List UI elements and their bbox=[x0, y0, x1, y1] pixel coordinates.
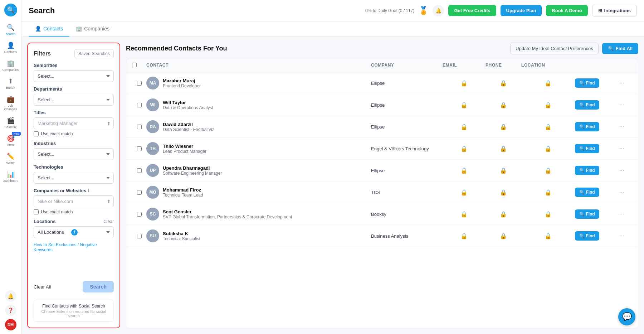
row-checkbox[interactable] bbox=[137, 81, 142, 86]
notification-bell-button[interactable]: 🔔 bbox=[433, 5, 444, 16]
row-checkbox[interactable] bbox=[137, 125, 142, 129]
titles-exact-match-checkbox[interactable] bbox=[34, 131, 39, 136]
companies-exact-match-checkbox[interactable] bbox=[34, 209, 39, 214]
sidebar-item-salesflix[interactable]: 🎬 Salesflix bbox=[1, 115, 20, 131]
companies-input[interactable] bbox=[34, 195, 114, 207]
row-checkbox-cell bbox=[132, 212, 146, 217]
more-options-button[interactable]: ··· bbox=[618, 78, 625, 88]
more-options-button[interactable]: ··· bbox=[618, 122, 625, 131]
find-button[interactable]: 🔍 Find bbox=[575, 188, 599, 197]
sidebar-logo[interactable]: 🔍 bbox=[4, 4, 17, 16]
find-button-cell: 🔍 Find bbox=[575, 166, 618, 175]
sidebar-item-label: Job Changes bbox=[3, 104, 19, 111]
find-button[interactable]: 🔍 Find bbox=[575, 209, 599, 219]
header-checkbox-cell bbox=[132, 63, 146, 68]
row-checkbox[interactable] bbox=[137, 146, 142, 151]
search-icon: 🔍 bbox=[7, 24, 15, 32]
row-checkbox[interactable] bbox=[137, 168, 142, 173]
contact-name: Upendra Dharmagadi bbox=[163, 165, 222, 171]
sidebar-item-contacts[interactable]: 👤 Contacts bbox=[1, 39, 20, 56]
help-button[interactable]: ❓ bbox=[5, 305, 16, 316]
find-button[interactable]: 🔍 Find bbox=[575, 122, 599, 131]
locations-badge: 1 bbox=[71, 229, 78, 236]
find-all-button[interactable]: 🔍 Find All bbox=[602, 43, 638, 54]
find-button[interactable]: 🔍 Find bbox=[575, 231, 599, 241]
row-checkbox-cell bbox=[132, 125, 146, 129]
phone-lock-icon: 🔒 bbox=[486, 124, 521, 130]
search-button[interactable]: Search bbox=[83, 281, 114, 292]
sidebar-item-writer[interactable]: ✏️ Writer bbox=[1, 150, 20, 167]
industries-select[interactable]: Select... bbox=[34, 148, 114, 160]
notifications-button[interactable]: 🔔 bbox=[5, 290, 16, 302]
exclusions-link[interactable]: How to Set Exclusions / Negative Keyword… bbox=[34, 242, 114, 252]
tab-companies[interactable]: 🏢 Companies bbox=[69, 21, 116, 37]
row-checkbox[interactable] bbox=[137, 103, 142, 107]
more-options-button[interactable]: ··· bbox=[618, 166, 625, 175]
contact-name: Dawid Zdarzil bbox=[163, 122, 214, 127]
titles-input[interactable] bbox=[34, 117, 114, 129]
results-title: Recommended Contacts For You bbox=[126, 45, 227, 52]
upload-icon[interactable]: ⬆ bbox=[107, 121, 111, 126]
contact-cell: WI Will Taylor Data & Operations Analyst bbox=[146, 98, 371, 111]
row-checkbox-cell bbox=[132, 146, 146, 151]
technologies-select[interactable]: Select... bbox=[34, 172, 114, 184]
sidebar-item-intent[interactable]: 🎯 Intent New bbox=[1, 132, 20, 149]
user-avatar[interactable]: DM bbox=[5, 319, 16, 330]
more-options-button[interactable]: ··· bbox=[618, 100, 625, 110]
contact-cell: MA Mazaher Muraj Frontend Developer bbox=[146, 77, 371, 89]
more-options-button[interactable]: ··· bbox=[618, 144, 625, 153]
integrations-button[interactable]: ⊞ Integrations bbox=[592, 5, 637, 16]
more-options-button[interactable]: ··· bbox=[618, 209, 625, 219]
results-panel: Recommended Contacts For You Update My I… bbox=[126, 43, 638, 328]
location-lock-icon: 🔒 bbox=[521, 145, 575, 152]
sidebar-item-job-changes[interactable]: 💼 Job Changes bbox=[1, 93, 20, 113]
update-preferences-button[interactable]: Update My Ideal Contact Preferences bbox=[510, 43, 599, 54]
contact-cell: SU Subiksha K Technical Specialist bbox=[146, 229, 371, 242]
industries-label: Industries bbox=[34, 141, 114, 146]
location-lock-icon: 🔒 bbox=[521, 167, 575, 174]
clear-all-button[interactable]: Clear All bbox=[34, 284, 51, 290]
locations-clear-link[interactable]: Clear bbox=[103, 219, 114, 224]
sidebar-item-label: Companies bbox=[3, 68, 19, 72]
find-button[interactable]: 🔍 Find bbox=[575, 166, 599, 175]
departments-filter: Departments Select... bbox=[34, 86, 114, 106]
tab-contacts[interactable]: 👤 Contacts bbox=[29, 21, 69, 37]
chat-button[interactable]: 💬 bbox=[618, 308, 635, 325]
upgrade-plan-button[interactable]: Upgrade Plan bbox=[501, 5, 542, 16]
sidebar-item-label: Enrich bbox=[6, 86, 15, 89]
sidebar-item-search[interactable]: 🔍 search bbox=[1, 21, 20, 38]
sidebar-item-companies[interactable]: 🏢 Companies bbox=[1, 57, 20, 74]
companies-filter: Companies or Websites ℹ ⬆ Use exact matc… bbox=[34, 188, 114, 214]
get-free-credits-button[interactable]: Get Free Credits bbox=[448, 5, 496, 16]
table-row: SU Subiksha K Technical Specialist Busin… bbox=[126, 225, 638, 247]
companies-info-icon[interactable]: ℹ bbox=[88, 188, 89, 193]
row-checkbox[interactable] bbox=[137, 234, 142, 238]
sidebar-item-dashboard[interactable]: 📊 Dashboard bbox=[1, 168, 20, 185]
dashboard-icon: 📊 bbox=[7, 170, 15, 178]
find-button[interactable]: 🔍 Find bbox=[575, 144, 599, 153]
results-actions: Update My Ideal Contact Preferences 🔍 Fi… bbox=[510, 43, 638, 54]
seniorities-select[interactable]: Select... bbox=[34, 70, 114, 82]
find-button-cell: 🔍 Find bbox=[575, 100, 618, 110]
more-options-button[interactable]: ··· bbox=[618, 231, 625, 241]
departments-select[interactable]: Select... bbox=[34, 94, 114, 106]
sidebar-item-enrich[interactable]: ⬆ Enrich bbox=[1, 75, 20, 92]
intent-icon: 🎯 bbox=[7, 135, 15, 142]
more-actions-cell: ··· bbox=[618, 188, 632, 197]
phone-lock-icon: 🔒 bbox=[486, 233, 521, 239]
saved-searches-button[interactable]: Saved Searches bbox=[74, 49, 114, 58]
sidebar-item-label: Intent bbox=[6, 143, 15, 147]
contact-job-title: Technical Specialist bbox=[163, 236, 200, 241]
companies-upload-icon[interactable]: ⬆ bbox=[107, 199, 111, 204]
contact-cell: TH Thilo Wiesner Lead Product Manager bbox=[146, 142, 371, 155]
row-checkbox[interactable] bbox=[137, 190, 142, 195]
company-cell: Engel & Völkers Technology bbox=[371, 146, 443, 151]
select-all-checkbox[interactable] bbox=[132, 63, 137, 67]
find-button[interactable]: 🔍 Find bbox=[575, 100, 599, 110]
more-options-button[interactable]: ··· bbox=[618, 188, 625, 197]
find-button[interactable]: 🔍 Find bbox=[575, 78, 599, 88]
row-checkbox[interactable] bbox=[137, 212, 142, 217]
location-lock-icon: 🔒 bbox=[521, 102, 575, 108]
filters-header: Filters Saved Searches bbox=[34, 49, 114, 58]
book-demo-button[interactable]: Book A Demo bbox=[546, 5, 587, 16]
